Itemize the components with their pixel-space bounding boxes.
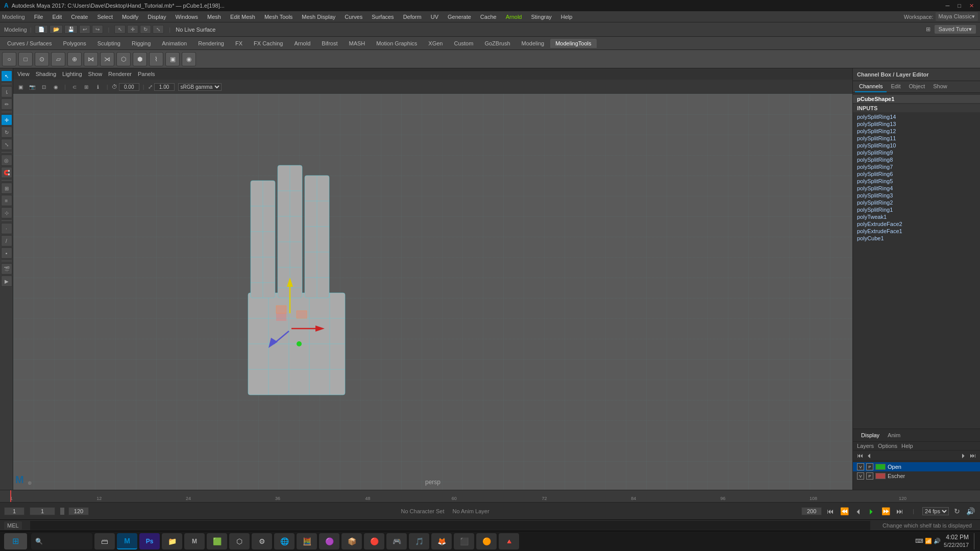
cb-tab-edit[interactable]: Edit [887,81,904,92]
layer-nav-prev-prev[interactable]: ⏮ [857,452,863,459]
vp-menu-view[interactable]: View [17,71,30,77]
le-menu-help[interactable]: Help [901,443,913,449]
loop-button[interactable]: ↻ [953,507,961,515]
current-frame-field[interactable]: 1 [30,507,55,515]
shelf-tab-sculpting[interactable]: Sculpting [92,39,126,48]
snap-button[interactable]: 🧲 [1,167,12,178]
menu-create[interactable]: Create [67,13,92,21]
poly-select-vertex[interactable]: · [1,223,12,234]
taskbar-calc[interactable]: 🧮 [297,533,317,549]
shelf-icon-extrude[interactable]: ⬢ [133,52,147,66]
command-input[interactable] [30,521,870,530]
menu-surfaces[interactable]: Surfaces [368,13,398,21]
smooth-toggle[interactable]: ◉ [51,82,61,92]
render-settings[interactable]: Saved Tutor▾ [935,25,976,34]
grid-button[interactable]: ⊞ [1,183,12,194]
shelf-tab-fx[interactable]: FX [230,39,248,48]
taskbar-app5[interactable]: 🔺 [499,533,519,549]
channel-polySplitRing10[interactable]: polySplitRing10 [853,142,980,149]
channel-polySplitRing1[interactable]: polySplitRing1 [853,206,980,213]
menu-file[interactable]: File [30,13,47,21]
shelf-icon-plane[interactable]: ▱ [51,52,65,66]
snap-to-grid[interactable]: ⊞ [926,26,930,33]
menu-stingray[interactable]: Stingray [527,13,555,21]
menu-uv[interactable]: UV [427,13,443,21]
channel-polyExtrudeFace1[interactable]: polyExtrudeFace1 [853,228,980,235]
shelf-tab-gozbrush[interactable]: GoZBrush [479,39,515,48]
layer-open-name[interactable]: Open [888,464,901,470]
le-tab-display[interactable]: Display [857,431,884,439]
shelf-tab-custom[interactable]: Custom [449,39,479,48]
shelf-tab-mash[interactable]: MASH [344,39,370,48]
shelf-tab-xgen[interactable]: XGen [423,39,448,48]
timeline-area[interactable]: 1 12 24 36 48 60 72 84 96 108 120 [0,490,980,502]
taskbar-app2[interactable]: 🔴 [364,533,384,549]
taskbar-game[interactable]: 🎮 [386,533,407,549]
channel-polySplitRing14[interactable]: polySplitRing14 [853,113,980,120]
start-button[interactable]: ⊞ [4,533,27,549]
layer-open-visibility[interactable]: V [857,463,864,470]
maximize-button[interactable]: □ [955,3,963,9]
le-menu-layers[interactable]: Layers [857,443,874,449]
save-scene-button[interactable]: 💾 [64,25,78,34]
le-menu-options[interactable]: Options [878,443,897,449]
taskbar-photoshop[interactable]: Ps [139,533,160,549]
menu-windows[interactable]: Windows [171,13,202,21]
channel-polySplitRing3[interactable]: polySplitRing3 [853,192,980,199]
vp-menu-show[interactable]: Show [88,71,103,77]
colorspace-select[interactable]: sRGB gamma [178,83,222,91]
hud-toggle[interactable]: ℹ [93,82,103,92]
taskbar-obs[interactable]: ⬛ [454,533,474,549]
select-mode-button[interactable]: ↖ [1,70,12,82]
shelf-tab-arnold[interactable]: Arnold [289,39,316,48]
new-scene-button[interactable]: 📄 [35,25,48,34]
menu-deform[interactable]: Deform [399,13,426,21]
taskbar-music[interactable]: 🎵 [409,533,429,549]
shelf-icon-special[interactable]: ⊕ [67,52,82,66]
shelf-tab-fx-caching[interactable]: FX Caching [249,39,288,48]
vp-menu-lighting[interactable]: Lighting [62,71,82,77]
timeline-ruler[interactable]: 1 12 24 36 48 60 72 84 96 108 120 [10,490,970,502]
lasso-select-button[interactable]: ⤹ [1,86,12,97]
shelf-icon-sphere[interactable]: ○ [2,52,16,66]
audio-button[interactable]: 🔊 [965,507,976,515]
wireframe-toggle[interactable]: ⊡ [39,82,49,92]
cb-tab-object[interactable]: Object [904,81,929,92]
channel-polySplitRing4[interactable]: polySplitRing4 [853,185,980,192]
menu-generate[interactable]: Generate [444,13,475,21]
viewport[interactable]: View Shading Lighting Show Renderer Pane… [13,68,852,490]
align-button[interactable]: ≡ [1,195,12,206]
layer-nav-next-next[interactable]: ⏭ [970,452,976,459]
fps-selector[interactable]: 24 fps 30 fps [922,507,949,515]
menu-arnold[interactable]: Arnold [502,13,526,21]
taskbar-dropbox[interactable]: 📦 [341,533,362,549]
step-back-button[interactable]: ⏪ [839,507,850,515]
taskbar-epic[interactable]: ⬡ [229,533,250,549]
cb-tab-show[interactable]: Show [929,81,951,92]
taskbar-maya3[interactable]: 🟩 [207,533,227,549]
shelf-icon-combine[interactable]: ⋈ [84,52,98,66]
taskbar-app3[interactable]: 🦊 [431,533,452,549]
rotate-tool-button[interactable]: ↻ [1,127,12,138]
taskbar-search[interactable]: 🔍 [31,533,92,549]
layer-open[interactable]: V P Open [853,462,980,471]
layer-nav-prev[interactable]: ⏴ [866,452,872,459]
layer-open-playback[interactable]: P [866,463,873,470]
scale-tool-button[interactable]: ⤡ [1,139,12,150]
render-seq-button[interactable]: ▶ [1,276,12,287]
shelf-tab-polygons[interactable]: Polygons [58,39,91,48]
vp-menu-panels[interactable]: Panels [138,71,155,77]
shelf-tab-animation[interactable]: Animation [157,39,192,48]
close-button[interactable]: ✕ [967,3,976,9]
undo-button[interactable]: ↩ [79,25,90,34]
channel-polySplitRing13[interactable]: polySplitRing13 [853,120,980,128]
vp-menu-renderer[interactable]: Renderer [108,71,132,77]
shelf-tab-motion-graphics[interactable]: Motion Graphics [371,39,422,48]
menu-mesh-tools[interactable]: Mesh Tools [260,13,297,21]
menu-modify[interactable]: Modify [118,13,142,21]
channel-polyCube1[interactable]: polyCube1 [853,235,980,242]
menu-cache[interactable]: Cache [476,13,501,21]
move-tool-button[interactable]: ✛ [1,114,12,126]
render-button[interactable]: 🎬 [1,263,12,274]
menu-edit-mesh[interactable]: Edit Mesh [226,13,259,21]
